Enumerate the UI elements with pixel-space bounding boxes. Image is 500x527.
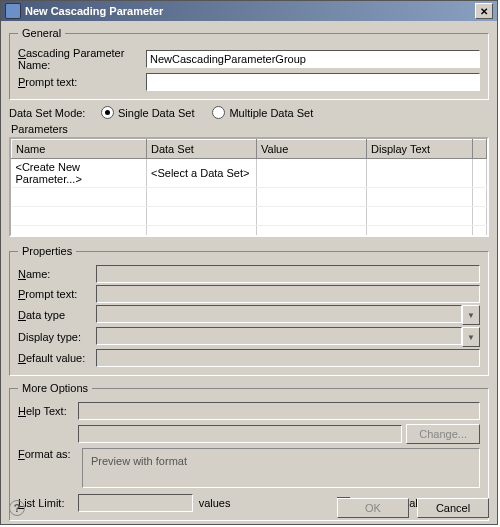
prop-datatype-combo[interactable]: ▼ [96, 305, 480, 325]
col-name[interactable]: Name [12, 140, 147, 159]
table-row [12, 188, 487, 207]
general-group: General Cascading Parameter Name: Prompt… [9, 27, 489, 100]
general-legend: General [18, 27, 65, 39]
ok-button[interactable]: OK [337, 498, 409, 518]
format-preview-box: Preview with format [82, 448, 480, 488]
col-spacer [473, 140, 487, 159]
dialog: New Cascading Parameter ✕ General Cascad… [0, 0, 498, 525]
titlebar: New Cascading Parameter ✕ [1, 1, 497, 21]
prop-name-label: Name: [18, 268, 96, 280]
dialog-footer: ? OK Cancel [9, 498, 489, 518]
properties-group: Properties Name: Prompt text: Data type … [9, 245, 489, 376]
change-button[interactable]: Change... [406, 424, 480, 444]
radio-single-label: Single Data Set [118, 107, 194, 119]
parameters-label: Parameters [11, 123, 489, 135]
help-text-input[interactable] [78, 402, 480, 420]
prop-prompt-input[interactable] [96, 285, 480, 303]
table-row[interactable]: <Create New Parameter...> <Select a Data… [12, 159, 487, 188]
close-icon: ✕ [480, 6, 488, 17]
prop-prompt-label: Prompt text: [18, 288, 96, 300]
radio-single-icon [101, 106, 114, 119]
grid-header: Name Data Set Value Display Text [12, 140, 487, 159]
parameters-grid[interactable]: Name Data Set Value Display Text <Create… [9, 137, 489, 237]
prop-default-label: Default value: [18, 352, 96, 364]
dataset-mode-label: Data Set Mode: [9, 107, 101, 119]
prop-datatype-label: Data type [18, 309, 96, 321]
properties-legend: Properties [18, 245, 76, 257]
dataset-mode-row: Data Set Mode: Single Data Set Multiple … [9, 106, 489, 119]
dialog-content: General Cascading Parameter Name: Prompt… [1, 21, 497, 525]
prompt-text-label: Prompt text: [18, 76, 146, 88]
help-icon[interactable]: ? [9, 500, 25, 516]
help-text-label: Help Text: [18, 405, 78, 417]
prop-displaytype-combo[interactable]: ▼ [96, 327, 480, 347]
table-row [12, 207, 487, 226]
cell-value[interactable] [257, 159, 367, 188]
chevron-down-icon: ▼ [462, 305, 480, 325]
col-dataset[interactable]: Data Set [147, 140, 257, 159]
radio-single[interactable]: Single Data Set [101, 106, 194, 119]
cell-name[interactable]: <Create New Parameter...> [12, 159, 147, 188]
prop-displaytype-label: Display type: [18, 331, 96, 343]
prop-default-input[interactable] [96, 349, 480, 367]
prop-name-input[interactable] [96, 265, 480, 283]
format-as-label: Format as: [18, 448, 78, 460]
more-options-legend: More Options [18, 382, 92, 394]
cell-display[interactable] [367, 159, 473, 188]
cell-dataset[interactable]: <Select a Data Set> [147, 159, 257, 188]
dialog-title: New Cascading Parameter [25, 5, 163, 17]
chevron-down-icon: ▼ [462, 327, 480, 347]
radio-multiple[interactable]: Multiple Data Set [212, 106, 313, 119]
col-display[interactable]: Display Text [367, 140, 473, 159]
prompt-text-input[interactable] [146, 73, 480, 91]
format-preview-input [78, 425, 402, 443]
cascading-name-input[interactable] [146, 50, 480, 68]
col-value[interactable]: Value [257, 140, 367, 159]
cascading-name-label: Cascading Parameter Name: [18, 47, 146, 71]
cancel-button[interactable]: Cancel [417, 498, 489, 518]
table-row [12, 226, 487, 238]
preview-text: Preview with format [91, 455, 187, 467]
app-icon [5, 3, 21, 19]
close-button[interactable]: ✕ [475, 3, 493, 19]
radio-multiple-label: Multiple Data Set [229, 107, 313, 119]
radio-multiple-icon [212, 106, 225, 119]
